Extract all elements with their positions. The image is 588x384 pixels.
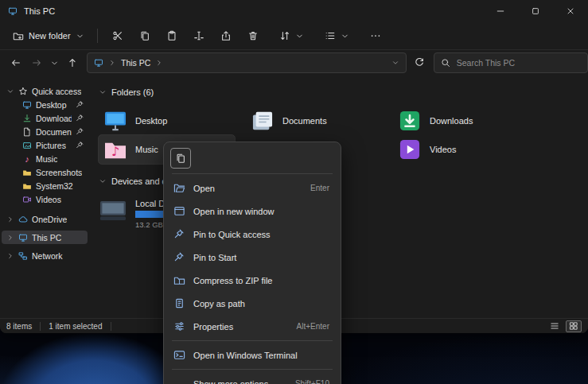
paste-icon [166,30,177,41]
refresh-icon [414,57,425,68]
menu-item-label: Open in new window [193,207,275,216]
thumbnails-view-icon [569,321,578,331]
open-icon [173,182,185,194]
cut-button[interactable] [112,27,123,45]
chevron-down-icon [76,32,84,41]
menu-item-show-more-options[interactable]: Show more options Shift+F10 [167,372,337,384]
menu-separator [172,369,333,370]
delete-button[interactable] [247,27,259,45]
menu-item-pin-to-quick-access[interactable]: Pin to Quick access [167,223,337,246]
rename-button[interactable] [193,27,204,45]
menu-item-label: Pin to Start [193,253,236,262]
chevron-right-icon [108,59,116,67]
sidebar-label: Music [36,154,57,164]
close-button[interactable] [553,0,588,22]
folder-name: Desktop [135,116,167,126]
new-folder-button[interactable]: New folder [6,27,91,45]
sidebar-item-network[interactable]: Network [2,249,88,262]
copy-icon [175,153,186,164]
view-button[interactable] [318,27,356,45]
pin-icon [76,127,84,136]
menu-shortcut: Enter [310,184,329,192]
videos-folder-icon [398,139,422,160]
search-box[interactable] [434,52,588,73]
desktop-folder-icon [103,111,127,131]
new-folder-icon [13,30,24,41]
sidebar-item-videos[interactable]: Videos [2,192,88,206]
share-button[interactable] [220,27,232,45]
chevron-down-icon [99,177,107,185]
downloads-folder-icon [398,111,422,131]
breadcrumb[interactable]: This PC [121,58,150,68]
back-button[interactable] [8,55,24,71]
menu-item-open-in-new-window[interactable]: Open in new window [167,200,337,223]
menu-item-properties[interactable]: Properties Alt+Enter [167,315,337,338]
more-options-button[interactable] [364,27,387,45]
menu-item-open-in-windows-terminal[interactable]: Open in Windows Terminal [167,343,337,367]
folders-section-header[interactable]: Folders (6) [99,86,588,99]
address-bar[interactable]: This PC [87,52,407,73]
hard-drive-icon [99,199,127,223]
copy-button[interactable] [170,148,191,169]
menu-item-open[interactable]: Open Enter [167,176,337,200]
toolbar-icons [112,27,259,45]
sidebar-item-onedrive[interactable]: OneDrive [2,212,88,226]
sidebar-item-quick-access[interactable]: Quick access [2,84,88,98]
menu-item-compress-to-zip[interactable]: Compress to ZIP file [167,269,337,292]
status-divider [111,322,111,331]
search-icon [441,58,450,68]
folder-icon [22,181,32,191]
pin-icon [76,100,84,109]
folder-tile-desktop[interactable]: Desktop [99,107,235,135]
context-menu: Open Enter Open in new window Pin to Qui… [163,142,341,384]
folders-header-label: Folders (6) [111,87,154,97]
rename-icon [193,30,204,41]
properties-icon [173,320,185,332]
items-count: 8 items [6,322,32,331]
network-icon [18,251,28,261]
selection-count: 1 item selected [49,322,102,331]
minimize-button[interactable] [483,0,518,22]
forward-icon [31,57,42,68]
sidebar-label: Videos [36,195,61,204]
up-button[interactable] [64,55,80,71]
sidebar-item-documents[interactable]: Documents [2,125,88,138]
sidebar-item-system32[interactable]: System32 [2,179,88,192]
address-dropdown-icon[interactable] [391,59,399,67]
maximize-button[interactable] [518,0,553,22]
status-divider [40,322,41,331]
back-icon [10,57,21,68]
sidebar-item-music[interactable]: ♪ Music [2,152,88,165]
sidebar-item-pictures[interactable]: Pictures [2,138,88,152]
sidebar-label: OneDrive [32,215,67,224]
details-view-button[interactable] [547,320,563,332]
downloads-icon [22,114,32,123]
folder-tile-videos[interactable]: Videos [393,135,529,164]
recent-locations-button[interactable] [48,56,61,70]
toolbar-divider [97,29,98,43]
more-icon [370,30,381,41]
thumbnails-view-button[interactable] [566,320,582,332]
chevron-right-icon [6,215,14,223]
paste-button[interactable] [166,27,177,45]
sidebar-item-screenshots[interactable]: Screenshots [2,165,88,179]
picture-icon [22,141,32,150]
sidebar-item-downloads[interactable]: Downloads [2,111,88,125]
folder-name: Videos [430,145,456,154]
sidebar-item-this-pc[interactable]: This PC [2,231,88,244]
view-toggles [547,320,582,332]
forward-button[interactable] [29,55,45,71]
copy-button[interactable] [139,27,150,45]
menu-item-copy-as-path[interactable]: Copy as path [167,292,337,315]
menu-item-pin-to-start[interactable]: Pin to Start [167,246,337,269]
up-icon [67,57,78,68]
sort-button[interactable] [273,27,310,45]
folder-icon [22,168,32,177]
folder-tile-documents[interactable]: Documents [246,107,382,135]
sidebar-item-desktop[interactable]: Desktop [2,98,88,111]
search-input[interactable] [455,57,581,68]
documents-folder-icon [251,111,275,131]
menu-separator [172,173,333,174]
folder-tile-downloads[interactable]: Downloads [393,107,529,135]
refresh-button[interactable] [411,55,427,71]
